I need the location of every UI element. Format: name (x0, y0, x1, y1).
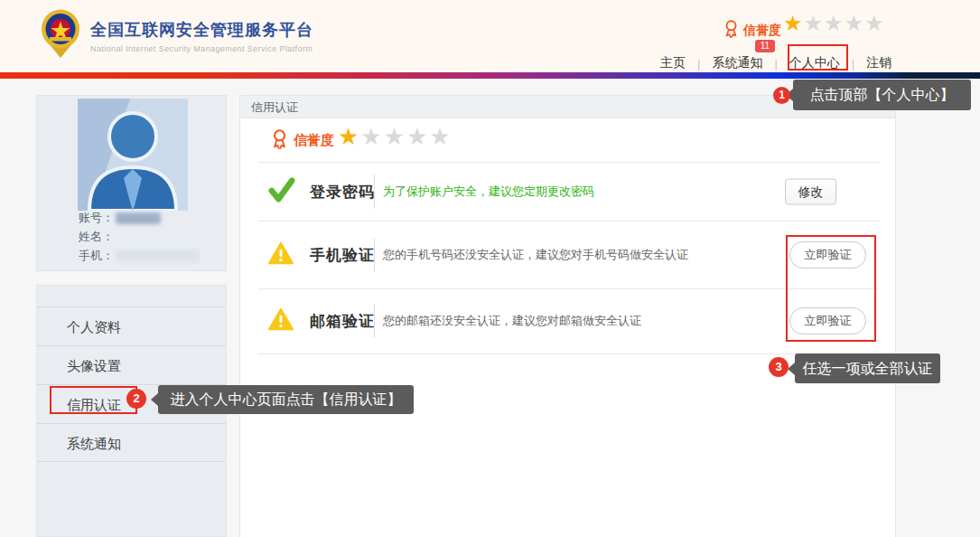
star-rating: ★★★★★ (783, 13, 885, 34)
row-label: 登录密码 (310, 181, 375, 202)
warning-icon (268, 241, 294, 268)
reputation-label: 信誉度 (294, 132, 334, 149)
avatar (78, 99, 188, 211)
verify-email-button[interactable]: 立即验证 (789, 307, 866, 334)
star-rating: ★★★★★ (338, 125, 453, 148)
site-subtitle: National Internet Security Management Se… (90, 44, 313, 53)
account-value-redacted (116, 212, 161, 224)
header-gradient-bar (0, 72, 980, 79)
star-icon: ★ (783, 11, 804, 35)
annotation-tooltip-1: 点击顶部【个人中心】 (793, 80, 971, 110)
star-icon: ★ (429, 123, 452, 150)
site-title: 全国互联网安全管理服务平台 (90, 19, 313, 41)
sidebar-item-profile[interactable]: 个人资料 (37, 306, 226, 345)
reputation-summary: 信誉度 (723, 19, 781, 42)
nav-system-notice[interactable]: 系统通知 (712, 55, 762, 71)
account-row: 账号： (79, 210, 161, 226)
row-email-verify: 邮箱验证 您的邮箱还没安全认证，建议您对邮箱做安全认证 立即验证 (240, 288, 897, 353)
step-badge-2: 2 (126, 389, 146, 409)
phone-label: 手机： (79, 248, 114, 264)
modify-password-button[interactable]: 修改 (785, 178, 836, 204)
check-icon (268, 177, 295, 206)
top-nav: 主页 系统通知 个人中心 注销 (660, 55, 891, 71)
divider (374, 304, 375, 338)
credit-auth-panel: 信用认证 信誉度 ★★★★★ 登录密码 为了保护账户安全，建议您定期更改密码 (239, 95, 896, 537)
divider (258, 353, 879, 354)
star-icon: ★ (804, 11, 825, 35)
nav-separator (697, 57, 700, 71)
annotation-tooltip-3: 任选一项或全部认证 (795, 353, 940, 383)
row-description: 您的邮箱还没安全认证，建议您对邮箱做安全认证 (383, 313, 641, 329)
divider (374, 238, 375, 272)
sidebar-menu: 个人资料 头像设置 信用认证 系统通知 (37, 306, 226, 462)
warning-icon (268, 307, 294, 334)
nav-home[interactable]: 主页 (660, 55, 686, 71)
medal-icon (723, 19, 739, 42)
annotation-tooltip-2: 进入个人中心页面点击【信用认证】 (158, 385, 414, 414)
site-header: 全国互联网安全管理服务平台 National Internet Security… (0, 0, 980, 72)
step-badge-1: 1 (773, 87, 790, 104)
nav-separator (852, 57, 854, 71)
nav-personal-center[interactable]: 个人中心 (789, 55, 840, 71)
page: 全国互联网安全管理服务平台 National Internet Security… (0, 0, 980, 537)
row-login-password: 登录密码 为了保护账户安全，建议您定期更改密码 修改 (240, 162, 897, 221)
sidebar-item-system-notice[interactable]: 系统通知 (37, 423, 226, 462)
reputation-label: 信誉度 (743, 23, 781, 39)
verify-phone-button[interactable]: 立即验证 (789, 241, 866, 268)
nav-separator (774, 57, 777, 71)
divider (374, 174, 375, 209)
phone-row: 手机： (79, 248, 199, 264)
row-label: 手机验证 (310, 244, 375, 265)
sidebar-item-avatar-settings[interactable]: 头像设置 (37, 345, 226, 384)
reputation-row: 信誉度 (271, 128, 334, 153)
row-phone-verify: 手机验证 您的手机号码还没安全认证，建议您对手机号码做安全认证 立即验证 (240, 221, 897, 288)
star-icon: ★ (845, 11, 865, 35)
police-badge-logo-icon (40, 9, 81, 63)
step-badge-3: 3 (769, 357, 789, 377)
brand-text: 全国互联网安全管理服务平台 National Internet Security… (90, 19, 313, 53)
star-icon: ★ (406, 123, 429, 150)
star-icon: ★ (864, 11, 885, 35)
name-row: 姓名： (79, 229, 114, 245)
row-description: 为了保护账户安全，建议您定期更改密码 (383, 184, 594, 200)
star-icon: ★ (824, 11, 845, 35)
star-icon: ★ (384, 123, 406, 150)
star-icon: ★ (360, 123, 383, 150)
nav-logout[interactable]: 注销 (866, 55, 891, 71)
name-label: 姓名： (79, 229, 114, 245)
row-description: 您的手机号码还没安全认证，建议您对手机号码做安全认证 (383, 247, 688, 263)
notification-badge[interactable]: 11 (755, 40, 775, 52)
account-label: 账号： (79, 210, 114, 226)
medal-icon (271, 128, 288, 153)
row-label: 邮箱验证 (310, 311, 375, 332)
brand: 全国互联网安全管理服务平台 National Internet Security… (40, 9, 313, 63)
star-icon: ★ (338, 123, 360, 150)
phone-value-redacted (116, 250, 199, 262)
sidebar-profile-panel: 账号： 姓名： 手机： (36, 95, 227, 271)
